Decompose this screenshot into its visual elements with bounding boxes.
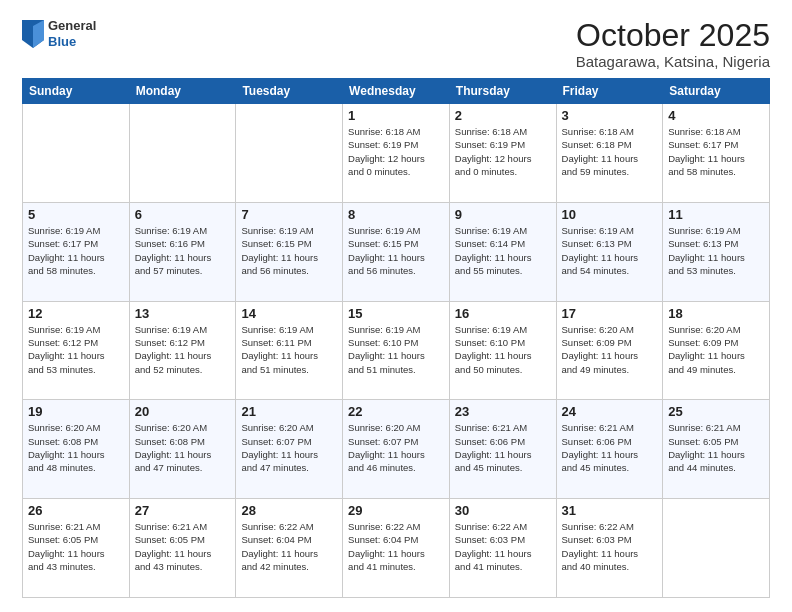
calendar-week-row: 12Sunrise: 6:19 AM Sunset: 6:12 PM Dayli…	[23, 301, 770, 400]
day-number: 21	[241, 404, 337, 419]
location: Batagarawa, Katsina, Nigeria	[576, 53, 770, 70]
day-info: Sunrise: 6:19 AM Sunset: 6:13 PM Dayligh…	[668, 224, 764, 277]
day-info: Sunrise: 6:19 AM Sunset: 6:16 PM Dayligh…	[135, 224, 231, 277]
day-number: 6	[135, 207, 231, 222]
day-number: 5	[28, 207, 124, 222]
calendar-header-sunday: Sunday	[23, 79, 130, 104]
logo-general-text: General	[48, 18, 96, 34]
day-info: Sunrise: 6:20 AM Sunset: 6:09 PM Dayligh…	[668, 323, 764, 376]
calendar-cell: 21Sunrise: 6:20 AM Sunset: 6:07 PM Dayli…	[236, 400, 343, 499]
day-info: Sunrise: 6:19 AM Sunset: 6:17 PM Dayligh…	[28, 224, 124, 277]
calendar-header-tuesday: Tuesday	[236, 79, 343, 104]
day-number: 3	[562, 108, 658, 123]
day-number: 30	[455, 503, 551, 518]
day-info: Sunrise: 6:22 AM Sunset: 6:04 PM Dayligh…	[241, 520, 337, 573]
day-info: Sunrise: 6:22 AM Sunset: 6:03 PM Dayligh…	[562, 520, 658, 573]
day-number: 14	[241, 306, 337, 321]
day-number: 10	[562, 207, 658, 222]
calendar-cell: 27Sunrise: 6:21 AM Sunset: 6:05 PM Dayli…	[129, 499, 236, 598]
calendar-cell: 15Sunrise: 6:19 AM Sunset: 6:10 PM Dayli…	[343, 301, 450, 400]
page: General Blue October 2025 Batagarawa, Ka…	[0, 0, 792, 612]
calendar-header-saturday: Saturday	[663, 79, 770, 104]
day-number: 16	[455, 306, 551, 321]
calendar-cell: 12Sunrise: 6:19 AM Sunset: 6:12 PM Dayli…	[23, 301, 130, 400]
calendar-cell: 11Sunrise: 6:19 AM Sunset: 6:13 PM Dayli…	[663, 202, 770, 301]
calendar-cell: 23Sunrise: 6:21 AM Sunset: 6:06 PM Dayli…	[449, 400, 556, 499]
calendar-cell: 29Sunrise: 6:22 AM Sunset: 6:04 PM Dayli…	[343, 499, 450, 598]
day-info: Sunrise: 6:18 AM Sunset: 6:18 PM Dayligh…	[562, 125, 658, 178]
day-number: 27	[135, 503, 231, 518]
calendar-cell: 28Sunrise: 6:22 AM Sunset: 6:04 PM Dayli…	[236, 499, 343, 598]
day-number: 11	[668, 207, 764, 222]
day-info: Sunrise: 6:19 AM Sunset: 6:14 PM Dayligh…	[455, 224, 551, 277]
header: General Blue October 2025 Batagarawa, Ka…	[22, 18, 770, 70]
calendar-header-friday: Friday	[556, 79, 663, 104]
day-info: Sunrise: 6:22 AM Sunset: 6:03 PM Dayligh…	[455, 520, 551, 573]
calendar-cell: 5Sunrise: 6:19 AM Sunset: 6:17 PM Daylig…	[23, 202, 130, 301]
day-number: 19	[28, 404, 124, 419]
calendar-cell: 17Sunrise: 6:20 AM Sunset: 6:09 PM Dayli…	[556, 301, 663, 400]
calendar-cell: 16Sunrise: 6:19 AM Sunset: 6:10 PM Dayli…	[449, 301, 556, 400]
day-info: Sunrise: 6:21 AM Sunset: 6:05 PM Dayligh…	[668, 421, 764, 474]
calendar-cell: 22Sunrise: 6:20 AM Sunset: 6:07 PM Dayli…	[343, 400, 450, 499]
day-info: Sunrise: 6:21 AM Sunset: 6:05 PM Dayligh…	[28, 520, 124, 573]
title-block: October 2025 Batagarawa, Katsina, Nigeri…	[576, 18, 770, 70]
calendar-cell: 3Sunrise: 6:18 AM Sunset: 6:18 PM Daylig…	[556, 104, 663, 203]
calendar-week-row: 1Sunrise: 6:18 AM Sunset: 6:19 PM Daylig…	[23, 104, 770, 203]
day-number: 25	[668, 404, 764, 419]
day-number: 29	[348, 503, 444, 518]
logo-icon	[22, 20, 44, 48]
day-info: Sunrise: 6:19 AM Sunset: 6:13 PM Dayligh…	[562, 224, 658, 277]
day-number: 9	[455, 207, 551, 222]
day-info: Sunrise: 6:19 AM Sunset: 6:12 PM Dayligh…	[135, 323, 231, 376]
calendar-cell: 26Sunrise: 6:21 AM Sunset: 6:05 PM Dayli…	[23, 499, 130, 598]
day-number: 7	[241, 207, 337, 222]
day-number: 12	[28, 306, 124, 321]
day-info: Sunrise: 6:19 AM Sunset: 6:11 PM Dayligh…	[241, 323, 337, 376]
day-number: 28	[241, 503, 337, 518]
calendar-cell	[236, 104, 343, 203]
calendar-header-row: SundayMondayTuesdayWednesdayThursdayFrid…	[23, 79, 770, 104]
day-number: 17	[562, 306, 658, 321]
day-number: 13	[135, 306, 231, 321]
calendar-header-thursday: Thursday	[449, 79, 556, 104]
calendar-cell: 25Sunrise: 6:21 AM Sunset: 6:05 PM Dayli…	[663, 400, 770, 499]
day-info: Sunrise: 6:18 AM Sunset: 6:17 PM Dayligh…	[668, 125, 764, 178]
day-info: Sunrise: 6:19 AM Sunset: 6:15 PM Dayligh…	[348, 224, 444, 277]
calendar-cell: 4Sunrise: 6:18 AM Sunset: 6:17 PM Daylig…	[663, 104, 770, 203]
day-info: Sunrise: 6:19 AM Sunset: 6:12 PM Dayligh…	[28, 323, 124, 376]
day-info: Sunrise: 6:18 AM Sunset: 6:19 PM Dayligh…	[348, 125, 444, 178]
day-info: Sunrise: 6:20 AM Sunset: 6:07 PM Dayligh…	[348, 421, 444, 474]
calendar-cell: 2Sunrise: 6:18 AM Sunset: 6:19 PM Daylig…	[449, 104, 556, 203]
calendar-cell: 13Sunrise: 6:19 AM Sunset: 6:12 PM Dayli…	[129, 301, 236, 400]
day-info: Sunrise: 6:21 AM Sunset: 6:06 PM Dayligh…	[562, 421, 658, 474]
month-title: October 2025	[576, 18, 770, 53]
day-info: Sunrise: 6:21 AM Sunset: 6:06 PM Dayligh…	[455, 421, 551, 474]
day-number: 2	[455, 108, 551, 123]
day-number: 4	[668, 108, 764, 123]
day-info: Sunrise: 6:20 AM Sunset: 6:08 PM Dayligh…	[135, 421, 231, 474]
day-info: Sunrise: 6:19 AM Sunset: 6:15 PM Dayligh…	[241, 224, 337, 277]
calendar-week-row: 5Sunrise: 6:19 AM Sunset: 6:17 PM Daylig…	[23, 202, 770, 301]
day-number: 24	[562, 404, 658, 419]
calendar-cell	[129, 104, 236, 203]
day-info: Sunrise: 6:20 AM Sunset: 6:08 PM Dayligh…	[28, 421, 124, 474]
calendar-table: SundayMondayTuesdayWednesdayThursdayFrid…	[22, 78, 770, 598]
day-info: Sunrise: 6:21 AM Sunset: 6:05 PM Dayligh…	[135, 520, 231, 573]
day-number: 31	[562, 503, 658, 518]
day-number: 23	[455, 404, 551, 419]
logo: General Blue	[22, 18, 96, 49]
calendar-week-row: 26Sunrise: 6:21 AM Sunset: 6:05 PM Dayli…	[23, 499, 770, 598]
calendar-header-monday: Monday	[129, 79, 236, 104]
calendar-cell	[23, 104, 130, 203]
calendar-cell: 24Sunrise: 6:21 AM Sunset: 6:06 PM Dayli…	[556, 400, 663, 499]
day-number: 15	[348, 306, 444, 321]
calendar-cell	[663, 499, 770, 598]
day-number: 26	[28, 503, 124, 518]
day-number: 1	[348, 108, 444, 123]
calendar-cell: 18Sunrise: 6:20 AM Sunset: 6:09 PM Dayli…	[663, 301, 770, 400]
calendar-cell: 6Sunrise: 6:19 AM Sunset: 6:16 PM Daylig…	[129, 202, 236, 301]
day-info: Sunrise: 6:18 AM Sunset: 6:19 PM Dayligh…	[455, 125, 551, 178]
calendar-cell: 8Sunrise: 6:19 AM Sunset: 6:15 PM Daylig…	[343, 202, 450, 301]
day-number: 8	[348, 207, 444, 222]
